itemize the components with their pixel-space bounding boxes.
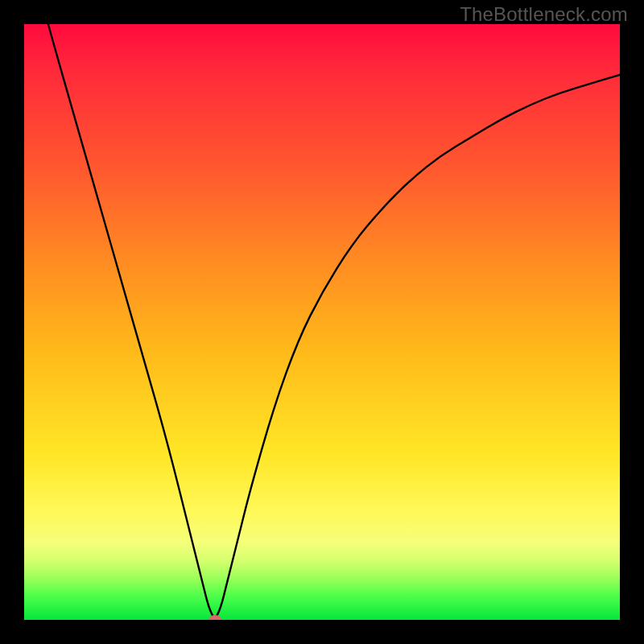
watermark-text: TheBottleneck.com — [460, 3, 628, 26]
curve-layer — [24, 24, 620, 620]
optimum-marker — [208, 615, 221, 620]
chart-frame: TheBottleneck.com — [0, 0, 644, 644]
plot-area — [24, 24, 620, 620]
bottleneck-curve — [24, 24, 620, 617]
